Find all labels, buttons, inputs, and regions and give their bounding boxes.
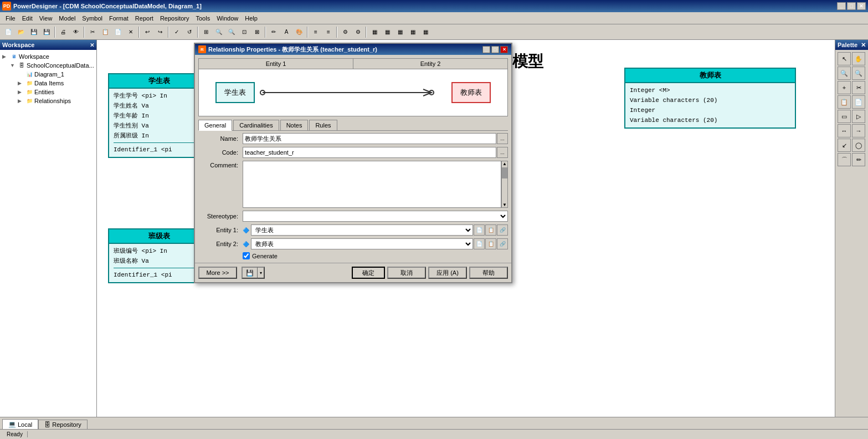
stereotype-select[interactable] [243,211,508,222]
zoom-fit-btn[interactable]: ⊞ [200,26,212,38]
dialog-maximize[interactable]: □ [491,46,499,53]
menu-window[interactable]: Window [213,14,242,23]
tab-notes[interactable]: Notes [280,120,309,130]
menu-help[interactable]: Help [242,14,261,23]
palette-inherit[interactable]: ↙ [838,139,851,152]
menu-tools[interactable]: Tools [192,14,213,23]
comment-scrollbar[interactable]: ▲ ▼ [501,161,508,208]
entity2-btn3[interactable]: 🔗 [497,238,508,249]
entity2-btn2[interactable]: 📋 [485,238,496,249]
palette-entity[interactable]: ▭ [838,110,851,123]
preview-btn[interactable]: 👁 [70,26,82,38]
palette-pen[interactable]: ✏ [852,153,865,166]
palette-paste[interactable]: 📄 [852,95,865,109]
zoom-in-btn[interactable]: 🔍 [213,26,225,38]
scroll-down[interactable]: ▼ [502,202,507,207]
tab-local[interactable]: 💻 Local [2,419,38,429]
tree-workspace[interactable]: ▶ 🖥 Workspace [2,52,94,61]
scroll-thumb[interactable] [502,167,507,178]
tab-general[interactable]: General [198,120,232,131]
menu-format[interactable]: Format [106,14,132,23]
entity1-select[interactable]: 学生表 [251,224,473,236]
extra2-btn[interactable]: ▦ [381,26,393,38]
tree-relationships[interactable]: ▶ 📁 Relationships [2,96,94,105]
extra1-btn[interactable]: ▦ [368,26,381,38]
save-arrow-btn[interactable]: ▾ [257,267,265,279]
minimize-btn[interactable]: _ [837,2,846,10]
apply-btn[interactable]: 应用 (A) [428,267,467,279]
tab-rules[interactable]: Rules [309,120,337,130]
cancel-btn[interactable]: 取消 [387,267,426,279]
font-btn[interactable]: A [280,26,292,38]
dialog-minimize[interactable]: _ [482,46,490,53]
palette-zoomout[interactable]: 🔍 [852,67,865,80]
paste-btn[interactable]: 📄 [112,26,124,38]
tree-dataitems[interactable]: ▶ 📁 Data Items [2,79,94,88]
check-btn[interactable]: ✓ [171,26,183,38]
scroll-up[interactable]: ▲ [502,161,507,166]
palette-arc[interactable]: ⌒ [838,153,851,166]
save-btn[interactable]: 💾 [28,26,40,38]
zoom-out-btn[interactable]: 🔍 [225,26,238,38]
palette-link[interactable]: ↔ [838,124,851,137]
palette-select[interactable]: ↖ [838,52,851,65]
menu-symbol[interactable]: Symbol [79,14,106,23]
palette-hand[interactable]: ✋ [852,52,865,65]
align2-btn[interactable]: ≡ [322,26,335,38]
menu-edit[interactable]: Edit [19,14,36,23]
entity2-select[interactable]: 教师表 [251,238,473,249]
palette-circle[interactable]: ◯ [852,139,865,152]
teacher-entity[interactable]: 教师表 Integer <M> Variable characters (20)… [624,68,796,129]
palette-cut[interactable]: ✂ [852,81,865,94]
zoom-btn3[interactable]: ⊠ [251,26,263,38]
code-input[interactable] [243,147,496,158]
save-main-btn[interactable]: 💾 [242,267,257,279]
maximize-btn[interactable]: □ [847,2,856,10]
palette-zoom[interactable]: 🔍 [838,67,851,80]
color-btn[interactable]: 🎨 [293,26,305,38]
entity1-btn2[interactable]: 📋 [485,224,496,236]
generate-checkbox[interactable] [243,252,250,259]
save-all-btn[interactable]: 💾 [40,26,53,38]
menu-view[interactable]: View [36,14,56,23]
close-btn[interactable]: ✕ [857,2,866,10]
code-browse-btn[interactable]: ... [497,147,508,158]
window-controls[interactable]: _ □ ✕ [837,2,866,10]
palette-assoc[interactable]: → [852,124,865,137]
palette-copy[interactable]: 📋 [838,95,851,109]
menu-file[interactable]: File [2,14,19,23]
redo-btn[interactable]: ↪ [154,26,166,38]
new-btn[interactable]: 📄 [2,26,14,38]
help-btn[interactable]: 帮助 [469,267,508,279]
extra3-btn[interactable]: ▦ [394,26,406,38]
generate2-btn[interactable]: ⚙ [352,26,364,38]
tree-diagram[interactable]: 📊 Diagram_1 [2,70,94,79]
extra5-btn[interactable]: ▦ [419,26,432,38]
menu-model[interactable]: Model [55,14,79,23]
entity2-btn1[interactable]: 📄 [474,238,485,249]
tree-school[interactable]: ▼ 🗄 SchoolConceptualData... [2,61,94,70]
dialog-close[interactable]: ✕ [500,46,508,53]
tree-entities[interactable]: ▶ 📁 Entities [2,88,94,96]
palette-close[interactable]: ✕ [861,42,866,49]
extra4-btn[interactable]: ▦ [407,26,419,38]
generate-btn[interactable]: ⚙ [339,26,351,38]
tab-cardinalities[interactable]: Cardinalities [233,120,279,130]
workspace-close[interactable]: ✕ [90,42,94,48]
align-btn[interactable]: ≡ [310,26,322,38]
refresh-btn[interactable]: ↺ [183,26,196,38]
more-btn[interactable]: More >> [198,267,237,279]
entity1-btn3[interactable]: 🔗 [497,224,508,236]
comment-input[interactable] [243,161,501,208]
name-browse-btn[interactable]: ... [497,133,508,144]
palette-rel[interactable]: ▷ [852,110,865,123]
palette-zoomin[interactable]: + [838,81,851,94]
tab-repository[interactable]: 🗄 Repository [38,420,88,429]
name-input[interactable] [243,133,496,144]
open-btn[interactable]: 📂 [15,26,27,38]
cut-btn[interactable]: ✂ [86,26,99,38]
delete-btn[interactable]: ✕ [125,26,137,38]
dialog-controls[interactable]: _ □ ✕ [482,46,508,53]
zoom-btn2[interactable]: ⊡ [238,26,250,38]
undo-btn[interactable]: ↩ [141,26,153,38]
